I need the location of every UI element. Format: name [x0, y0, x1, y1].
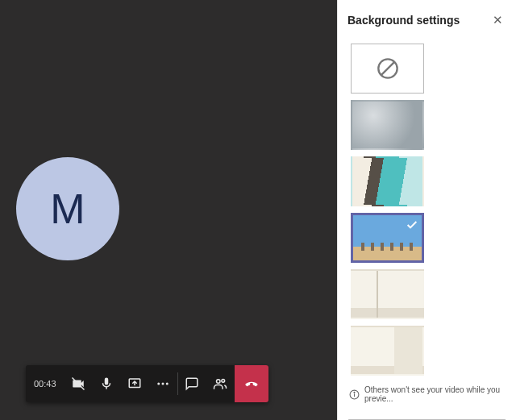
- info-icon: [349, 389, 360, 400]
- bg-option-office[interactable]: [351, 156, 424, 206]
- avatar-initial: M: [50, 185, 85, 233]
- video-call-area: M 00:43: [0, 0, 337, 420]
- svg-point-5: [217, 380, 221, 384]
- bg-option-room2[interactable]: [351, 326, 424, 376]
- participant-avatar: M: [16, 157, 119, 260]
- panel-title: Background settings: [347, 14, 460, 27]
- background-options-grid: [347, 44, 506, 376]
- svg-point-11: [354, 392, 355, 393]
- share-screen-button[interactable]: [121, 365, 149, 402]
- bg-option-beach[interactable]: [351, 213, 424, 263]
- svg-point-6: [222, 379, 225, 382]
- participants-button[interactable]: [206, 365, 235, 402]
- bg-option-none[interactable]: [351, 44, 424, 94]
- call-control-bar: 00:43: [26, 365, 268, 402]
- preview-info-text: Others won't see your video while you pr…: [364, 385, 506, 403]
- close-icon[interactable]: ✕: [489, 11, 506, 29]
- preview-info: Others won't see your video while you pr…: [349, 385, 506, 403]
- hang-up-button[interactable]: [235, 365, 268, 402]
- svg-point-4: [166, 383, 169, 385]
- svg-point-3: [162, 383, 164, 385]
- mic-button[interactable]: [93, 365, 121, 402]
- bg-option-room1[interactable]: [351, 269, 424, 319]
- more-actions-button[interactable]: [149, 365, 177, 402]
- svg-point-2: [157, 383, 160, 385]
- checkmark-icon: [406, 218, 418, 231]
- background-settings-panel: Background settings ✕ Others won't see y…: [337, 0, 516, 420]
- bg-option-blur[interactable]: [351, 100, 424, 150]
- call-timer: 00:43: [26, 379, 64, 389]
- chat-button[interactable]: [178, 365, 206, 402]
- svg-line-8: [381, 62, 393, 75]
- camera-off-button[interactable]: [64, 365, 93, 402]
